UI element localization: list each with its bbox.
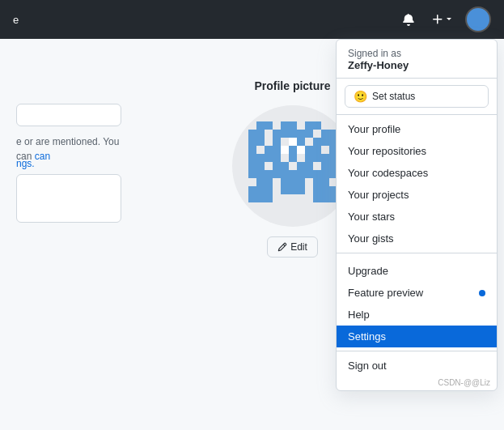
divider-3 (337, 351, 497, 351)
signed-in-label: Signed in as (348, 48, 485, 59)
svg-rect-58 (313, 178, 329, 186)
menu-group-3: Sign out (337, 355, 497, 377)
svg-rect-31 (321, 138, 329, 146)
settings-link-text: ngs. (16, 156, 121, 171)
svg-rect-19 (281, 130, 289, 138)
your-stars-item[interactable]: Your stars (337, 206, 497, 228)
your-projects-item[interactable]: Your projects (337, 184, 497, 206)
search-input[interactable] (16, 104, 121, 126)
svg-rect-4 (483, 15, 486, 18)
divider-2 (337, 253, 497, 253)
svg-rect-9 (483, 24, 486, 28)
pencil-icon (277, 242, 287, 252)
user-menu-button[interactable] (465, 6, 491, 32)
svg-rect-23 (321, 130, 329, 138)
chevron-down-icon (446, 16, 452, 23)
sign-out-item[interactable]: Sign out (337, 355, 497, 377)
svg-rect-25 (248, 138, 256, 146)
svg-rect-62 (248, 194, 273, 202)
feature-preview-item[interactable]: Feature preview (337, 282, 497, 304)
dropdown-header: Signed in as Zeffy-Honey (337, 40, 497, 79)
left-panel: e or are mentioned. You can can (16, 104, 121, 164)
your-profile-item[interactable]: Your profile (337, 118, 497, 140)
svg-rect-30 (313, 138, 321, 146)
svg-rect-59 (248, 186, 273, 194)
bottom-left-area: ngs. (16, 156, 121, 225)
svg-rect-10 (256, 121, 265, 130)
avatar-preview (232, 105, 354, 227)
svg-rect-55 (248, 170, 337, 178)
create-button[interactable] (428, 10, 455, 29)
svg-rect-18 (273, 130, 281, 138)
svg-rect-28 (289, 138, 297, 146)
svg-rect-1 (480, 11, 483, 15)
user-dropdown-menu: Signed in as Zeffy-Honey 🙂 Set status Yo… (336, 39, 498, 391)
svg-rect-39 (305, 146, 313, 154)
menu-group-1: Your profile Your repositories Your code… (337, 118, 497, 249)
svg-rect-26 (256, 138, 265, 146)
svg-rect-51 (297, 162, 305, 170)
svg-rect-50 (281, 162, 289, 170)
your-gists-item[interactable]: Your gists (337, 228, 497, 249)
brand-text: e (13, 14, 19, 26)
svg-rect-22 (305, 130, 313, 138)
svg-rect-17 (256, 130, 265, 138)
svg-rect-6 (480, 18, 483, 21)
svg-rect-21 (297, 130, 305, 138)
svg-rect-14 (305, 121, 313, 130)
svg-rect-12 (281, 121, 289, 130)
your-repositories-item[interactable]: Your repositories (337, 140, 497, 162)
your-codespaces-item[interactable]: Your codespaces (337, 162, 497, 184)
edit-avatar-button[interactable]: Edit (267, 236, 318, 258)
svg-rect-52 (305, 162, 313, 170)
svg-rect-57 (281, 178, 305, 186)
edit-label: Edit (290, 241, 307, 253)
svg-rect-3 (476, 15, 480, 18)
plus-icon (431, 13, 444, 26)
settings-item[interactable]: Settings (337, 326, 497, 347)
set-status-label: Set status (372, 91, 415, 102)
svg-rect-29 (297, 138, 305, 146)
bottom-textarea[interactable] (16, 174, 121, 223)
upgrade-item[interactable]: Upgrade (337, 257, 497, 282)
profile-picture-title: Profile picture (254, 79, 330, 92)
notifications-button[interactable] (399, 10, 418, 29)
navbar-icons (399, 6, 491, 32)
svg-rect-48 (256, 162, 265, 170)
svg-rect-47 (248, 162, 256, 170)
set-status-button[interactable]: 🙂 Set status (345, 85, 489, 108)
svg-rect-0 (473, 11, 476, 15)
svg-rect-16 (248, 130, 256, 138)
help-item[interactable]: Help (337, 304, 497, 326)
bell-icon (402, 13, 415, 26)
feature-preview-dot (479, 290, 485, 296)
svg-rect-27 (273, 138, 281, 146)
watermark: CSDN-@@Liz (337, 377, 497, 390)
svg-rect-42 (248, 154, 265, 162)
username: Zeffy-Honey (348, 59, 485, 71)
svg-rect-37 (289, 146, 297, 154)
svg-rect-40 (313, 146, 321, 154)
navbar: e (0, 0, 504, 39)
pixel-avatar-svg (248, 121, 337, 211)
svg-rect-13 (289, 121, 297, 130)
svg-rect-61 (313, 186, 337, 194)
smiley-icon: 🙂 (354, 90, 367, 103)
svg-rect-38 (297, 146, 305, 154)
svg-rect-20 (289, 130, 297, 138)
svg-rect-8 (470, 24, 473, 28)
svg-rect-44 (289, 154, 297, 162)
divider-1 (337, 114, 497, 115)
svg-rect-60 (281, 186, 305, 194)
svg-rect-5 (473, 18, 476, 21)
svg-rect-15 (313, 121, 321, 130)
svg-rect-11 (265, 121, 273, 130)
svg-rect-43 (265, 154, 281, 162)
svg-rect-36 (281, 146, 289, 154)
menu-group-2: Upgrade Feature preview Help Settings (337, 257, 497, 347)
svg-rect-53 (321, 162, 329, 170)
svg-rect-56 (256, 178, 273, 186)
svg-rect-49 (273, 162, 281, 170)
svg-rect-45 (305, 154, 321, 162)
svg-rect-2 (470, 15, 473, 18)
